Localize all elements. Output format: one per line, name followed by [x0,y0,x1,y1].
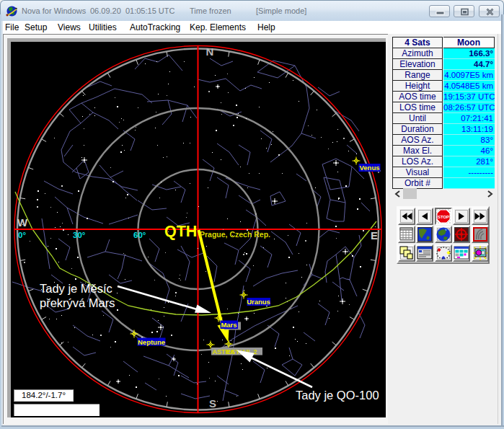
svg-text:QTH: QTH [164,223,197,240]
svg-text:60°: 60° [133,231,146,239]
svg-text:Tady je QO-100: Tady je QO-100 [296,389,379,402]
svg-text:Neptune: Neptune [138,338,165,346]
svg-text:Venus: Venus [360,164,380,172]
svg-text:Mars: Mars [221,321,236,329]
svg-text:N: N [206,45,214,58]
svg-text:Uranus: Uranus [247,298,270,306]
svg-text:E: E [371,229,378,242]
svg-text:Prague, Czech Rep.: Prague, Czech Rep. [200,230,270,239]
svg-text:W: W [17,216,28,229]
svg-text:STOP: STOP [438,215,449,219]
svg-text:30°: 30° [73,231,86,239]
svg-text:S: S [209,397,216,410]
svg-text:Tady je Měsíc: Tady je Měsíc [40,282,112,295]
svg-text:0°: 0° [18,231,26,239]
svg-text:překrývá Mars: překrývá Mars [40,296,115,309]
